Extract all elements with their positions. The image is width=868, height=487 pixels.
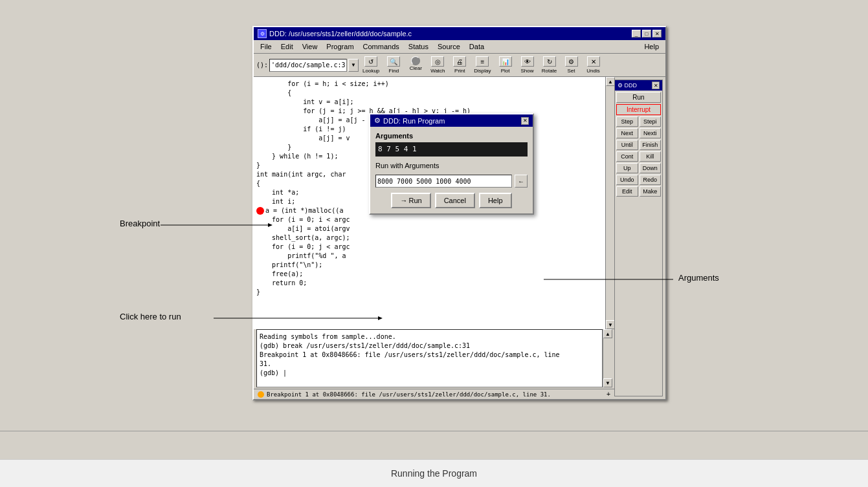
next-nexti-row: Next Nexti — [616, 128, 661, 138]
toolbar-rotate-label: Rotate — [542, 68, 557, 74]
menu-data[interactable]: Data — [465, 41, 488, 52]
cont-button[interactable]: Cont — [616, 151, 638, 162]
toolbar-display[interactable]: ≡ Display — [471, 55, 493, 75]
undo-button[interactable]: Undo — [616, 175, 638, 185]
toolbar-print[interactable]: 🖨 Print — [449, 55, 470, 75]
cont-kill-row: Cont Kill — [616, 151, 661, 162]
console-scroll-up[interactable]: ▲ — [603, 329, 612, 338]
edit-make-row: Edit Make — [616, 186, 661, 197]
combo-label: (): — [256, 61, 268, 69]
menu-edit[interactable]: Edit — [277, 41, 297, 52]
up-button[interactable]: Up — [616, 163, 638, 173]
print-icon: 🖨 — [453, 56, 466, 67]
run-with-arrow-button[interactable]: ← — [515, 175, 528, 188]
menu-view[interactable]: View — [298, 41, 322, 52]
set-icon: ⚙ — [565, 56, 578, 67]
right-titlebar: ⚙ DDD ✕ — [615, 80, 662, 91]
caption-text: Running the Program — [391, 468, 477, 479]
interrupt-button[interactable]: Interrupt — [616, 104, 661, 115]
show-icon: 👁 — [521, 56, 534, 67]
console-line-1: Reading symbols from sample...done. — [260, 332, 599, 341]
edit-button[interactable]: Edit — [616, 186, 638, 197]
run-dialog-run-arrow: → — [400, 197, 407, 204]
toolbar-plot[interactable]: 📊 Plot — [495, 55, 516, 75]
run-with-input-row: ← — [375, 175, 528, 188]
run-dialog-help-button[interactable]: Help — [479, 193, 512, 208]
console-scroll-thumb[interactable] — [603, 338, 612, 378]
toolbar-combo-group: (): ▼ — [256, 59, 359, 72]
run-dialog-body: Arguments 8 7 5 4 1 Run with Arguments ←… — [370, 127, 533, 213]
run-dialog-run-button[interactable]: → Run — [391, 193, 430, 208]
run-dialog-icon: ⚙ — [374, 116, 381, 125]
run-with-arguments-row: Run with Arguments — [375, 162, 528, 169]
kill-button[interactable]: Kill — [640, 151, 662, 162]
source-line-23: for (i = 0; j < argc — [256, 243, 603, 252]
until-button[interactable]: Until — [616, 140, 638, 150]
status-scroll-btn[interactable]: + — [606, 391, 610, 398]
until-finish-row: Until Finish — [616, 140, 661, 150]
toolbar-watch[interactable]: ◎ Watch — [427, 55, 448, 75]
run-dialog-run-label: Run — [408, 197, 421, 204]
source-line-2: { — [256, 89, 603, 98]
undo-redo-row: Undo Redo — [616, 175, 661, 185]
scroll-thumb[interactable] — [606, 86, 614, 320]
menu-status[interactable]: Status — [405, 41, 432, 52]
source-line-25: printf("\n"); — [256, 261, 603, 270]
toolbar-undis-label: Undis — [586, 68, 599, 74]
toolbar-rotate[interactable]: ↻ Rotate — [539, 55, 560, 75]
make-button[interactable]: Make — [640, 186, 662, 197]
toolbar: (): ▼ ↺ Lookup 🔍 Find Clear ◎ — [254, 54, 665, 77]
click-to-run-annotation: Click here to run — [120, 312, 181, 321]
console-line-2: (gdb) break /usr/users/sts1/zeller/ddd/d… — [260, 341, 599, 351]
run-dialog-arguments-display: 8 7 5 4 1 — [375, 142, 528, 157]
menu-help[interactable]: Help — [640, 41, 663, 52]
scroll-down-button[interactable]: ▼ — [606, 320, 615, 329]
toolbar-undis[interactable]: ✕ Undis — [583, 55, 604, 75]
menu-bar: File Edit View Program Commands Status S… — [254, 40, 665, 54]
toolbar-lookup[interactable]: ↺ Lookup — [360, 55, 382, 75]
run-dialog-titlebar: ⚙ DDD: Run Program ✕ — [370, 114, 533, 127]
toolbar-display-label: Display — [474, 68, 491, 74]
source-line-30: } — [256, 288, 603, 297]
run-dialog-close-button[interactable]: ✕ — [521, 117, 529, 125]
toolbar-clear[interactable]: Clear — [405, 55, 426, 75]
toolbar-find[interactable]: 🔍 Find — [383, 55, 404, 75]
minimize-button[interactable]: _ — [632, 30, 641, 38]
maximize-button[interactable]: □ — [642, 30, 651, 38]
menu-program[interactable]: Program — [322, 41, 357, 52]
source-scrollbar[interactable]: ▲ ▼ — [605, 77, 614, 329]
run-dialog-cancel-button[interactable]: Cancel — [435, 193, 475, 208]
console-pane: Reading symbols from sample...done. (gdb… — [256, 329, 612, 387]
combo-dropdown-arrow[interactable]: ▼ — [348, 59, 359, 72]
window-title: DDD: /usr/users/sts1/zeller/ddd/doc/samp… — [269, 30, 412, 38]
display-icon: ≡ — [476, 56, 489, 67]
scroll-up-button[interactable]: ▲ — [606, 77, 615, 86]
stepi-button[interactable]: Stepi — [640, 116, 662, 127]
toolbar-print-label: Print — [454, 68, 465, 74]
run-dialog-title: DDD: Run Program — [383, 117, 445, 125]
combo-input[interactable] — [269, 59, 347, 72]
nexti-button[interactable]: Nexti — [640, 128, 662, 138]
redo-button[interactable]: Redo — [640, 175, 662, 185]
arguments-annotation: Arguments — [678, 273, 719, 283]
next-button[interactable]: Next — [616, 128, 638, 138]
down-button[interactable]: Down — [640, 163, 662, 173]
finish-button[interactable]: Finish — [640, 140, 662, 150]
console-scroll-down[interactable]: ▼ — [603, 378, 612, 387]
menu-file[interactable]: File — [256, 41, 276, 52]
console-scrollbar[interactable]: ▲ ▼ — [603, 329, 612, 387]
right-panel-title: ⚙ DDD — [618, 82, 637, 89]
toolbar-set[interactable]: ⚙ Set — [561, 55, 582, 75]
source-line-29: return 0; — [256, 279, 603, 288]
run-program-dialog: ⚙ DDD: Run Program ✕ Arguments 8 7 5 4 1… — [369, 113, 534, 215]
toolbar-show[interactable]: 👁 Show — [517, 55, 538, 75]
source-line-27: free(a); — [256, 270, 603, 279]
close-button[interactable]: ✕ — [652, 30, 662, 38]
menu-commands[interactable]: Commands — [359, 41, 403, 52]
status-text: Breakpoint 1 at 0x8048666: file /usr/use… — [267, 391, 551, 398]
right-panel-close[interactable]: ✕ — [652, 81, 660, 89]
step-button[interactable]: Step — [616, 116, 638, 127]
run-with-input[interactable] — [375, 175, 512, 188]
run-button[interactable]: Run — [616, 92, 661, 103]
menu-source[interactable]: Source — [434, 41, 464, 52]
